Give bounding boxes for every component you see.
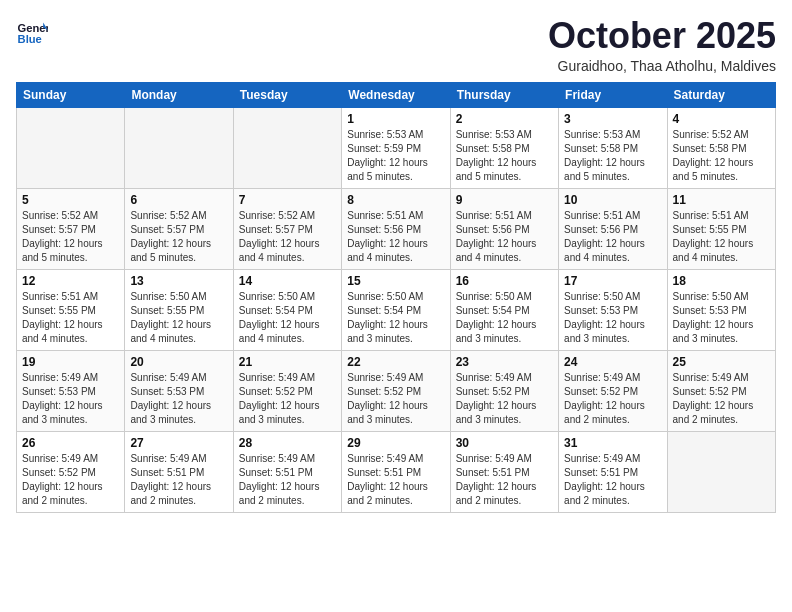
- calendar-week-4: 19Sunrise: 5:49 AM Sunset: 5:53 PM Dayli…: [17, 350, 776, 431]
- calendar-cell: 3Sunrise: 5:53 AM Sunset: 5:58 PM Daylig…: [559, 107, 667, 188]
- day-info: Sunrise: 5:53 AM Sunset: 5:58 PM Dayligh…: [564, 128, 661, 184]
- day-number: 10: [564, 193, 661, 207]
- day-info: Sunrise: 5:51 AM Sunset: 5:56 PM Dayligh…: [564, 209, 661, 265]
- day-number: 31: [564, 436, 661, 450]
- day-info: Sunrise: 5:51 AM Sunset: 5:56 PM Dayligh…: [456, 209, 553, 265]
- calendar-week-5: 26Sunrise: 5:49 AM Sunset: 5:52 PM Dayli…: [17, 431, 776, 512]
- day-number: 6: [130, 193, 227, 207]
- day-number: 2: [456, 112, 553, 126]
- day-number: 23: [456, 355, 553, 369]
- day-number: 11: [673, 193, 770, 207]
- day-info: Sunrise: 5:53 AM Sunset: 5:58 PM Dayligh…: [456, 128, 553, 184]
- title-block: October 2025 Guraidhoo, Thaa Atholhu, Ma…: [548, 16, 776, 74]
- calendar-cell: 29Sunrise: 5:49 AM Sunset: 5:51 PM Dayli…: [342, 431, 450, 512]
- day-info: Sunrise: 5:49 AM Sunset: 5:52 PM Dayligh…: [564, 371, 661, 427]
- calendar-week-1: 1Sunrise: 5:53 AM Sunset: 5:59 PM Daylig…: [17, 107, 776, 188]
- logo-icon: General Blue: [16, 16, 48, 48]
- day-info: Sunrise: 5:49 AM Sunset: 5:51 PM Dayligh…: [347, 452, 444, 508]
- day-info: Sunrise: 5:49 AM Sunset: 5:51 PM Dayligh…: [239, 452, 336, 508]
- weekday-header-saturday: Saturday: [667, 82, 775, 107]
- day-number: 5: [22, 193, 119, 207]
- day-number: 13: [130, 274, 227, 288]
- day-number: 3: [564, 112, 661, 126]
- day-number: 8: [347, 193, 444, 207]
- calendar-cell: 25Sunrise: 5:49 AM Sunset: 5:52 PM Dayli…: [667, 350, 775, 431]
- day-info: Sunrise: 5:49 AM Sunset: 5:51 PM Dayligh…: [456, 452, 553, 508]
- day-number: 12: [22, 274, 119, 288]
- day-number: 1: [347, 112, 444, 126]
- day-number: 19: [22, 355, 119, 369]
- day-info: Sunrise: 5:50 AM Sunset: 5:54 PM Dayligh…: [239, 290, 336, 346]
- page-header: General Blue October 2025 Guraidhoo, Tha…: [16, 16, 776, 74]
- calendar-cell: 16Sunrise: 5:50 AM Sunset: 5:54 PM Dayli…: [450, 269, 558, 350]
- calendar-cell: 14Sunrise: 5:50 AM Sunset: 5:54 PM Dayli…: [233, 269, 341, 350]
- day-info: Sunrise: 5:49 AM Sunset: 5:51 PM Dayligh…: [130, 452, 227, 508]
- day-info: Sunrise: 5:49 AM Sunset: 5:52 PM Dayligh…: [456, 371, 553, 427]
- calendar-cell: 23Sunrise: 5:49 AM Sunset: 5:52 PM Dayli…: [450, 350, 558, 431]
- day-number: 30: [456, 436, 553, 450]
- weekday-header-thursday: Thursday: [450, 82, 558, 107]
- day-info: Sunrise: 5:49 AM Sunset: 5:52 PM Dayligh…: [673, 371, 770, 427]
- svg-text:Blue: Blue: [18, 33, 42, 45]
- calendar-cell: 26Sunrise: 5:49 AM Sunset: 5:52 PM Dayli…: [17, 431, 125, 512]
- calendar-cell: 21Sunrise: 5:49 AM Sunset: 5:52 PM Dayli…: [233, 350, 341, 431]
- day-info: Sunrise: 5:53 AM Sunset: 5:59 PM Dayligh…: [347, 128, 444, 184]
- day-info: Sunrise: 5:51 AM Sunset: 5:55 PM Dayligh…: [673, 209, 770, 265]
- day-number: 14: [239, 274, 336, 288]
- calendar-cell: 9Sunrise: 5:51 AM Sunset: 5:56 PM Daylig…: [450, 188, 558, 269]
- calendar-cell: 5Sunrise: 5:52 AM Sunset: 5:57 PM Daylig…: [17, 188, 125, 269]
- day-number: 4: [673, 112, 770, 126]
- day-number: 22: [347, 355, 444, 369]
- day-number: 16: [456, 274, 553, 288]
- day-number: 17: [564, 274, 661, 288]
- day-info: Sunrise: 5:49 AM Sunset: 5:52 PM Dayligh…: [239, 371, 336, 427]
- calendar-cell: 8Sunrise: 5:51 AM Sunset: 5:56 PM Daylig…: [342, 188, 450, 269]
- calendar-cell: 1Sunrise: 5:53 AM Sunset: 5:59 PM Daylig…: [342, 107, 450, 188]
- weekday-header-monday: Monday: [125, 82, 233, 107]
- day-number: 25: [673, 355, 770, 369]
- day-info: Sunrise: 5:49 AM Sunset: 5:53 PM Dayligh…: [22, 371, 119, 427]
- day-number: 26: [22, 436, 119, 450]
- day-info: Sunrise: 5:51 AM Sunset: 5:55 PM Dayligh…: [22, 290, 119, 346]
- day-number: 7: [239, 193, 336, 207]
- day-info: Sunrise: 5:50 AM Sunset: 5:53 PM Dayligh…: [564, 290, 661, 346]
- calendar-cell: 24Sunrise: 5:49 AM Sunset: 5:52 PM Dayli…: [559, 350, 667, 431]
- calendar-cell: 6Sunrise: 5:52 AM Sunset: 5:57 PM Daylig…: [125, 188, 233, 269]
- weekday-header-friday: Friday: [559, 82, 667, 107]
- day-number: 29: [347, 436, 444, 450]
- calendar-cell: [233, 107, 341, 188]
- calendar-table: SundayMondayTuesdayWednesdayThursdayFrid…: [16, 82, 776, 513]
- day-info: Sunrise: 5:50 AM Sunset: 5:54 PM Dayligh…: [347, 290, 444, 346]
- logo: General Blue: [16, 16, 48, 48]
- day-info: Sunrise: 5:52 AM Sunset: 5:58 PM Dayligh…: [673, 128, 770, 184]
- calendar-cell: [125, 107, 233, 188]
- day-number: 20: [130, 355, 227, 369]
- calendar-cell: 7Sunrise: 5:52 AM Sunset: 5:57 PM Daylig…: [233, 188, 341, 269]
- calendar-cell: 19Sunrise: 5:49 AM Sunset: 5:53 PM Dayli…: [17, 350, 125, 431]
- day-number: 9: [456, 193, 553, 207]
- day-info: Sunrise: 5:50 AM Sunset: 5:55 PM Dayligh…: [130, 290, 227, 346]
- calendar-cell: 11Sunrise: 5:51 AM Sunset: 5:55 PM Dayli…: [667, 188, 775, 269]
- calendar-cell: 28Sunrise: 5:49 AM Sunset: 5:51 PM Dayli…: [233, 431, 341, 512]
- day-info: Sunrise: 5:49 AM Sunset: 5:51 PM Dayligh…: [564, 452, 661, 508]
- weekday-header-wednesday: Wednesday: [342, 82, 450, 107]
- weekday-header-row: SundayMondayTuesdayWednesdayThursdayFrid…: [17, 82, 776, 107]
- day-number: 24: [564, 355, 661, 369]
- calendar-week-3: 12Sunrise: 5:51 AM Sunset: 5:55 PM Dayli…: [17, 269, 776, 350]
- month-title: October 2025: [548, 16, 776, 56]
- calendar-cell: [17, 107, 125, 188]
- day-info: Sunrise: 5:49 AM Sunset: 5:53 PM Dayligh…: [130, 371, 227, 427]
- day-number: 21: [239, 355, 336, 369]
- day-number: 27: [130, 436, 227, 450]
- calendar-cell: 12Sunrise: 5:51 AM Sunset: 5:55 PM Dayli…: [17, 269, 125, 350]
- location-subtitle: Guraidhoo, Thaa Atholhu, Maldives: [548, 58, 776, 74]
- calendar-cell: 27Sunrise: 5:49 AM Sunset: 5:51 PM Dayli…: [125, 431, 233, 512]
- day-info: Sunrise: 5:49 AM Sunset: 5:52 PM Dayligh…: [347, 371, 444, 427]
- weekday-header-sunday: Sunday: [17, 82, 125, 107]
- calendar-cell: 22Sunrise: 5:49 AM Sunset: 5:52 PM Dayli…: [342, 350, 450, 431]
- day-info: Sunrise: 5:50 AM Sunset: 5:54 PM Dayligh…: [456, 290, 553, 346]
- calendar-cell: 30Sunrise: 5:49 AM Sunset: 5:51 PM Dayli…: [450, 431, 558, 512]
- day-info: Sunrise: 5:51 AM Sunset: 5:56 PM Dayligh…: [347, 209, 444, 265]
- day-number: 15: [347, 274, 444, 288]
- calendar-cell: [667, 431, 775, 512]
